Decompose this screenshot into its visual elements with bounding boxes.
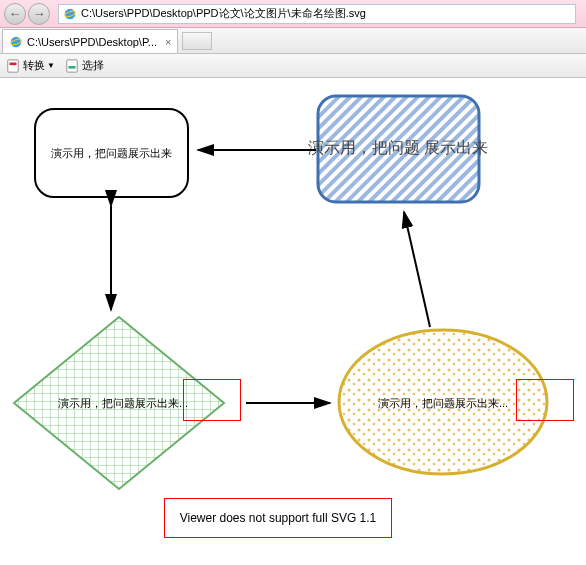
svg-line-17 [404, 212, 430, 327]
svg-rect-7 [68, 66, 75, 69]
address-text: C:\Users\PPD\Desktop\PPD论文\论文图片\未命名绘图.sv… [81, 6, 366, 21]
tab-current[interactable]: C:\Users\PPD\Desktop\P... × [2, 29, 178, 53]
svg-rect-4 [8, 59, 19, 71]
error-box-diamond [183, 379, 241, 421]
back-icon: ← [9, 6, 22, 21]
shape-rect-nw-label: 演示用，把问题展示出来 [40, 146, 183, 161]
pdf-icon [6, 59, 20, 73]
convert-button[interactable]: 转换 ▼ [6, 58, 55, 73]
toolbar: 转换 ▼ 选择 [0, 54, 586, 78]
shape-ellipse-se-label: 演示用，把问题展示出来... [368, 396, 518, 411]
select-button[interactable]: 选择 [65, 58, 104, 73]
back-button[interactable]: ← [4, 3, 26, 25]
address-bar[interactable]: C:\Users\PPD\Desktop\PPD论文\论文图片\未命名绘图.sv… [58, 4, 576, 24]
select-label: 选择 [82, 58, 104, 73]
error-message: Viewer does not support full SVG 1.1 [164, 498, 392, 538]
ie-logo-icon [63, 7, 77, 21]
svg-viewer: 演示用，把问题展示出来 演示用，把问题 展示出来 演示用，把问题展示出来... … [0, 78, 586, 565]
tab-title: C:\Users\PPD\Desktop\P... [27, 36, 157, 48]
chevron-down-icon: ▼ [47, 61, 55, 70]
tabbar: C:\Users\PPD\Desktop\P... × [0, 28, 586, 54]
svg-rect-5 [10, 62, 17, 65]
ie-logo-icon [9, 35, 23, 49]
error-box-ellipse [516, 379, 574, 421]
new-tab-button[interactable] [182, 32, 212, 50]
shape-diamond-sw-label: 演示用，把问题展示出来... [48, 396, 198, 411]
shape-blue-ne-label: 演示用，把问题 展示出来 [308, 138, 538, 159]
convert-label: 转换 [23, 58, 45, 73]
titlebar: ← → C:\Users\PPD\Desktop\PPD论文\论文图片\未命名绘… [0, 0, 586, 28]
tab-close-icon[interactable]: × [165, 36, 171, 48]
forward-button[interactable]: → [28, 3, 50, 25]
forward-icon: → [33, 6, 46, 21]
error-message-text: Viewer does not support full SVG 1.1 [180, 511, 377, 525]
select-icon [65, 59, 79, 73]
